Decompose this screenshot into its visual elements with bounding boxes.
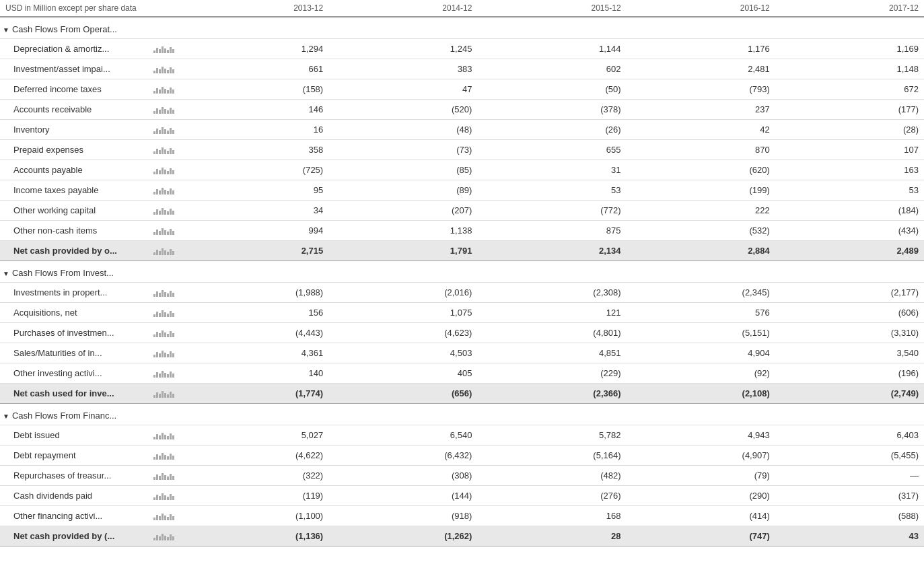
row-label: Investments in propert... [0,283,148,303]
table-row: Acquisitions, net 156 1,075 121 576 (606… [0,303,924,323]
row-val-2014: (2,016) [328,283,477,303]
row-val-2015: 602 [477,59,626,79]
mini-chart-icon[interactable] [148,425,180,446]
row-val-2016: (92) [627,363,775,384]
subtotal-chart-icon[interactable] [148,241,180,261]
row-val-2016: 237 [627,100,775,120]
subtotal-val-2015: (2,366) [477,384,626,404]
col-header-2016: 2016-12 [627,0,775,17]
row-label: Prepaid expenses [0,140,148,160]
table-row: Debt issued 5,027 6,540 5,782 4,943 6,40… [0,425,924,446]
table-row: Other financing activi... (1,100) (918) … [0,506,924,526]
row-label: Other working capital [0,201,148,221]
row-val-2017: 107 [775,140,924,160]
row-val-2013: 661 [180,59,328,79]
row-label: Deferred income taxes [0,79,148,100]
triangle-icon-2[interactable]: ▼ [3,413,9,420]
row-val-2015: (50) [477,79,626,100]
row-val-2015: 31 [477,160,626,180]
row-val-2017: (2,177) [775,283,924,303]
table-header: USD in Million except per share data 201… [0,0,924,17]
mini-chart-icon[interactable] [148,140,180,160]
row-val-2013: 358 [180,140,328,160]
mini-chart-icon[interactable] [148,100,180,120]
table-row: Cash dividends paid (119) (144) (276) (2… [0,486,924,506]
row-val-2016: 42 [627,120,775,140]
row-val-2015: (26) [477,120,626,140]
mini-chart-icon[interactable] [148,466,180,486]
row-val-2017: 672 [775,79,924,100]
subtotal-val-2016: 2,884 [627,241,775,261]
mini-chart-icon[interactable] [148,39,180,59]
row-val-2016: (79) [627,466,775,486]
col-header-2013: 2013-12 [180,0,328,17]
mini-chart-icon[interactable] [148,79,180,100]
col-header-2017: 2017-12 [775,0,924,17]
row-val-2015: (229) [477,363,626,384]
subtotal-row-2: Net cash provided by (... (1,136) (1,262… [0,526,924,546]
table-row: Inventory 16 (48) (26) 42 (28) [0,120,924,140]
mini-chart-icon[interactable] [148,201,180,221]
triangle-icon-0[interactable]: ▼ [3,26,9,34]
table-row: Purchases of investmen... (4,443) (4,623… [0,323,924,343]
mini-chart-icon[interactable] [148,59,180,79]
table-row: Investment/asset impai... 661 383 602 2,… [0,59,924,79]
row-val-2013: (322) [180,466,328,486]
row-val-2014: 383 [328,59,477,79]
row-val-2015: 168 [477,506,626,526]
table-row: Sales/Maturities of in... 4,361 4,503 4,… [0,343,924,363]
row-val-2017: 53 [775,180,924,201]
row-val-2013: (1,100) [180,506,328,526]
mini-chart-icon[interactable] [148,283,180,303]
mini-chart-icon[interactable] [148,363,180,384]
subtotal-val-2014: (656) [328,384,477,404]
row-val-2016: (290) [627,486,775,506]
mini-chart-icon[interactable] [148,120,180,140]
mini-chart-icon[interactable] [148,180,180,201]
row-val-2016: (5,151) [627,323,775,343]
row-val-2015: (276) [477,486,626,506]
row-val-2014: 405 [328,363,477,384]
row-val-2017: (434) [775,221,924,241]
subtotal-val-2016: (747) [627,526,775,546]
mini-chart-icon[interactable] [148,486,180,506]
table-row: Accounts receivable 146 (520) (378) 237 … [0,100,924,120]
row-val-2014: 1,245 [328,39,477,59]
table-row: Repurchases of treasur... (322) (308) (4… [0,466,924,486]
row-label: Debt repayment [0,446,148,466]
row-val-2013: 34 [180,201,328,221]
table-row: Other non-cash items 994 1,138 875 (532)… [0,221,924,241]
row-label: Debt issued [0,425,148,446]
section-title-1: ▼Cash Flows From Invest... [0,261,180,283]
subtotal-chart-icon[interactable] [148,526,180,546]
mini-chart-icon[interactable] [148,221,180,241]
table-row: Other working capital 34 (207) (772) 222… [0,201,924,221]
mini-chart-icon[interactable] [148,303,180,323]
row-val-2017: (317) [775,486,924,506]
mini-chart-icon[interactable] [148,446,180,466]
subtotal-label: Net cash provided by o... [0,241,148,261]
row-val-2017: (588) [775,506,924,526]
subtotal-val-2013: (1,136) [180,526,328,546]
row-val-2016: 4,904 [627,343,775,363]
subtotal-chart-icon[interactable] [148,384,180,404]
subtotal-val-2013: 2,715 [180,241,328,261]
mini-chart-icon[interactable] [148,506,180,526]
mini-chart-icon[interactable] [148,343,180,363]
row-val-2016: 1,176 [627,39,775,59]
section-header-2: ▼Cash Flows From Financ... [0,404,924,425]
triangle-icon-1[interactable]: ▼ [3,270,9,277]
row-val-2015: 875 [477,221,626,241]
section-title-0: ▼Cash Flows From Operat... [0,17,180,39]
mini-chart-icon[interactable] [148,160,180,180]
row-val-2014: (85) [328,160,477,180]
row-val-2013: 16 [180,120,328,140]
table-row: Deferred income taxes (158) 47 (50) (793… [0,79,924,100]
row-val-2013: (4,443) [180,323,328,343]
row-val-2014: (918) [328,506,477,526]
mini-chart-icon[interactable] [148,323,180,343]
row-val-2013: (1,988) [180,283,328,303]
section-header-1: ▼Cash Flows From Invest... [0,261,924,283]
row-label: Accounts receivable [0,100,148,120]
row-val-2016: (532) [627,221,775,241]
